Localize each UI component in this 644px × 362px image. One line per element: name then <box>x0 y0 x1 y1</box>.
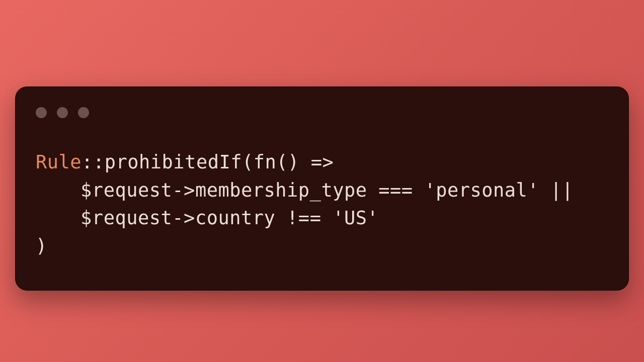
token-cmp: !== <box>275 207 333 229</box>
token-args: () <box>276 151 299 173</box>
token-object-arrow: -> <box>172 207 195 229</box>
token-close-paren: ) <box>36 235 47 257</box>
token-string: 'US' <box>333 207 378 229</box>
token-scope: :: <box>82 151 105 173</box>
token-or: || <box>539 179 573 201</box>
maximize-icon[interactable] <box>78 107 89 118</box>
window-controls <box>36 107 608 118</box>
token-object-arrow: -> <box>172 179 195 201</box>
code-block: Rule::prohibitedIf(fn() => $request->mem… <box>36 148 608 260</box>
token-var: $request <box>80 179 172 201</box>
token-prop: country <box>195 207 275 229</box>
token-open-paren: ( <box>242 151 254 173</box>
token-arrow: => <box>299 151 334 173</box>
token-prop: membership_type <box>195 179 367 201</box>
minimize-icon[interactable] <box>57 107 68 118</box>
token-class: Rule <box>36 151 82 173</box>
close-icon[interactable] <box>36 107 47 118</box>
code-window: Rule::prohibitedIf(fn() => $request->mem… <box>15 86 629 291</box>
token-method: prohibitedIf <box>105 151 242 173</box>
token-string: 'personal' <box>424 179 539 201</box>
token-cmp: === <box>367 179 425 201</box>
token-keyword: fn <box>254 151 277 173</box>
token-var: $request <box>80 207 172 229</box>
